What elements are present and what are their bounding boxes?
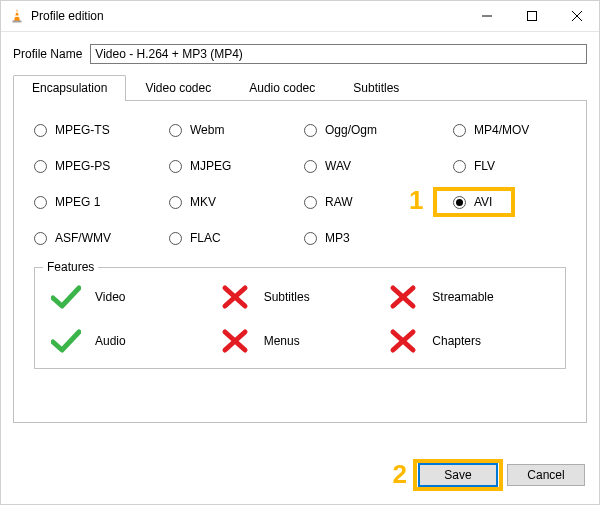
encapsulation-option[interactable]: MKV xyxy=(169,195,296,209)
feature-item: Video xyxy=(51,284,212,310)
radio-icon xyxy=(34,160,47,173)
radio-icon xyxy=(169,232,182,245)
encapsulation-option[interactable]: MP3 xyxy=(304,231,431,245)
tabstrip: Encapsulation Video codec Audio codec Su… xyxy=(13,74,587,101)
tab-audio-codec[interactable]: Audio codec xyxy=(230,75,334,101)
cross-icon xyxy=(388,284,418,310)
encapsulation-option-label: Ogg/Ogm xyxy=(325,123,377,137)
encapsulation-option-label: MKV xyxy=(190,195,216,209)
features-group: Features VideoSubtitlesStreamableAudioMe… xyxy=(34,267,566,369)
profile-name-input[interactable] xyxy=(90,44,587,64)
encapsulation-option-label: WAV xyxy=(325,159,351,173)
encapsulation-option[interactable]: FLAC xyxy=(169,231,296,245)
window-maximize-button[interactable] xyxy=(509,1,554,31)
feature-item: Menus xyxy=(220,328,381,354)
encapsulation-option[interactable]: Ogg/Ogm xyxy=(304,123,431,137)
encapsulation-option-label: MP3 xyxy=(325,231,350,245)
svg-rect-5 xyxy=(527,12,536,21)
check-icon xyxy=(51,284,81,310)
profile-name-label: Profile Name xyxy=(13,47,82,61)
radio-icon xyxy=(169,196,182,209)
encapsulation-option[interactable]: WAV xyxy=(304,159,431,173)
profile-edition-window: Profile edition Profile Name Encapsulati… xyxy=(0,0,600,505)
encapsulation-option-label: Webm xyxy=(190,123,224,137)
radio-icon xyxy=(169,160,182,173)
encapsulation-option-label: RAW xyxy=(325,195,353,209)
radio-icon xyxy=(304,160,317,173)
radio-icon xyxy=(34,196,47,209)
svg-marker-0 xyxy=(14,9,20,21)
features-legend: Features xyxy=(43,260,98,274)
encapsulation-option-label: MPEG 1 xyxy=(55,195,100,209)
feature-label: Audio xyxy=(95,334,126,348)
tab-panel-encapsulation: MPEG-TSWebmOgg/OgmMP4/MOVMPEG-PSMJPEGWAV… xyxy=(13,101,587,423)
tab-label: Encapsulation xyxy=(32,81,107,95)
feature-item: Chapters xyxy=(388,328,549,354)
cross-icon xyxy=(388,328,418,354)
encapsulation-option-label: MJPEG xyxy=(190,159,231,173)
encapsulation-option-label: FLV xyxy=(474,159,495,173)
encapsulation-option-label: MP4/MOV xyxy=(474,123,529,137)
tab-label: Subtitles xyxy=(353,81,399,95)
svg-rect-2 xyxy=(15,16,20,17)
encapsulation-option-label: AVI xyxy=(474,195,492,209)
radio-icon xyxy=(304,232,317,245)
feature-label: Subtitles xyxy=(264,290,310,304)
feature-label: Video xyxy=(95,290,125,304)
encapsulation-option[interactable]: MP4/MOV xyxy=(439,123,566,137)
encapsulation-option[interactable]: AVI1 xyxy=(439,195,566,209)
feature-item: Streamable xyxy=(388,284,549,310)
dialog-button-bar: 2 Save Cancel xyxy=(393,459,585,490)
radio-icon xyxy=(453,196,466,209)
cross-icon xyxy=(220,284,250,310)
encapsulation-option[interactable]: MPEG 1 xyxy=(34,195,161,209)
radio-icon xyxy=(453,160,466,173)
radio-icon xyxy=(304,196,317,209)
radio-icon xyxy=(34,124,47,137)
window-minimize-button[interactable] xyxy=(464,1,509,31)
cross-icon xyxy=(220,328,250,354)
encapsulation-option-label: MPEG-PS xyxy=(55,159,110,173)
features-grid: VideoSubtitlesStreamableAudioMenusChapte… xyxy=(51,284,549,354)
encapsulation-option-label: FLAC xyxy=(190,231,221,245)
cancel-button[interactable]: Cancel xyxy=(507,464,585,486)
feature-label: Menus xyxy=(264,334,300,348)
encapsulation-option-label: ASF/WMV xyxy=(55,231,111,245)
titlebar: Profile edition xyxy=(1,1,599,32)
encapsulation-option[interactable]: MPEG-TS xyxy=(34,123,161,137)
feature-label: Chapters xyxy=(432,334,481,348)
feature-item: Subtitles xyxy=(220,284,381,310)
encapsulation-option-label: MPEG-TS xyxy=(55,123,110,137)
radio-icon xyxy=(169,124,182,137)
check-icon xyxy=(51,328,81,354)
radio-icon xyxy=(34,232,47,245)
tab-encapsulation[interactable]: Encapsulation xyxy=(13,75,126,101)
radio-icon xyxy=(453,124,466,137)
svg-rect-1 xyxy=(15,12,19,13)
tab-subtitles[interactable]: Subtitles xyxy=(334,75,418,101)
encapsulation-radio-group: MPEG-TSWebmOgg/OgmMP4/MOVMPEG-PSMJPEGWAV… xyxy=(34,123,566,245)
annotation-number-1: 1 xyxy=(409,187,423,213)
feature-label: Streamable xyxy=(432,290,493,304)
tab-video-codec[interactable]: Video codec xyxy=(126,75,230,101)
window-title: Profile edition xyxy=(31,9,464,23)
encapsulation-option[interactable]: MPEG-PS xyxy=(34,159,161,173)
encapsulation-option[interactable]: FLV xyxy=(439,159,566,173)
tab-label: Audio codec xyxy=(249,81,315,95)
svg-rect-3 xyxy=(13,21,22,23)
window-close-button[interactable] xyxy=(554,1,599,31)
encapsulation-option[interactable]: MJPEG xyxy=(169,159,296,173)
vlc-cone-icon xyxy=(9,8,25,24)
encapsulation-option[interactable]: Webm xyxy=(169,123,296,137)
radio-icon xyxy=(304,124,317,137)
annotation-number-2: 2 xyxy=(393,459,407,490)
save-button[interactable]: Save xyxy=(419,464,497,486)
tab-label: Video codec xyxy=(145,81,211,95)
encapsulation-option[interactable]: ASF/WMV xyxy=(34,231,161,245)
feature-item: Audio xyxy=(51,328,212,354)
